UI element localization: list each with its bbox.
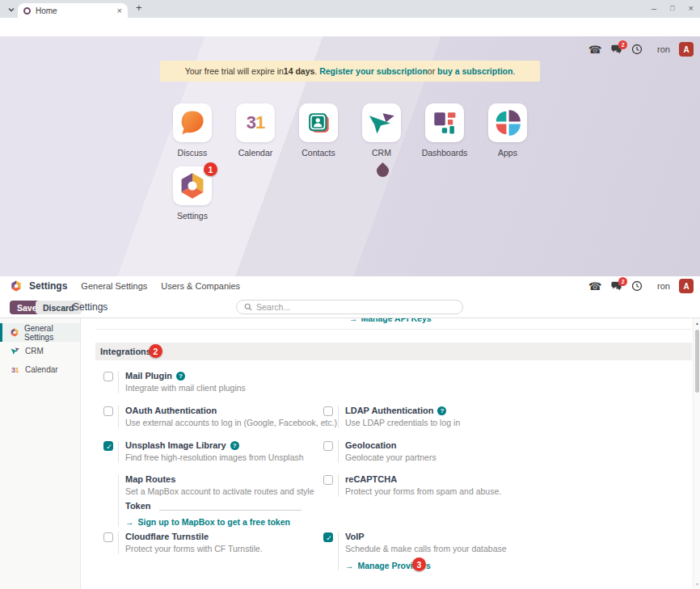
setting-title: LDAP Authentication	[345, 406, 433, 416]
dashboards-icon	[429, 107, 460, 138]
window-close-button[interactable]: ×	[689, 3, 694, 13]
setting-desc: Integrate with mail client plugins	[125, 383, 246, 393]
setting-desc: Use external accounts to log in (Google,…	[125, 418, 337, 428]
banner-text: Your free trial will expire in	[185, 66, 284, 76]
scrollbar-down-icon[interactable]: ▼	[694, 582, 700, 587]
sidebar-label: Calendar	[25, 365, 58, 374]
help-icon[interactable]: ?	[230, 441, 239, 450]
app-label-crm: CRM	[372, 148, 391, 158]
app-calendar[interactable]: 31 Calendar	[236, 103, 275, 158]
search-box[interactable]	[236, 300, 463, 314]
window-maximize-button[interactable]: □	[670, 4, 674, 12]
sidebar-item-crm[interactable]: CRM	[0, 342, 80, 360]
tab-title: Home	[36, 6, 117, 15]
checkbox-ldap[interactable]	[323, 406, 333, 416]
annotation-step-1: 1	[204, 162, 217, 176]
checkbox-cloudflare[interactable]	[103, 532, 113, 542]
annotation-step-3: 3	[412, 557, 426, 571]
annotation-step-2: 2	[149, 344, 162, 358]
arrow-icon: →	[349, 318, 358, 323]
app-settings[interactable]: 1 Settings	[173, 166, 212, 221]
app-label-calendar: Calendar	[238, 148, 273, 158]
mapbox-signup-link[interactable]: →Sign up to MapBox to get a free token	[125, 517, 314, 527]
integrations-section-header: Integrations	[95, 343, 692, 360]
manage-api-keys-link[interactable]: →Manage API Keys	[349, 318, 432, 323]
tab-search-button[interactable]	[6, 4, 17, 15]
browser-toolbar: ron.odoo.com/odoo ⋮	[0, 18, 700, 36]
checkbox-geolocation[interactable]	[323, 441, 333, 451]
user-name[interactable]: ron	[657, 281, 670, 291]
menu-general-settings[interactable]: General Settings	[81, 281, 147, 291]
user-avatar[interactable]: A	[679, 42, 694, 57]
messages-icon[interactable]: 2	[610, 44, 622, 56]
help-icon[interactable]: ?	[437, 406, 446, 415]
checkbox-oauth[interactable]	[103, 406, 113, 416]
setting-title: Mail Plugin	[125, 371, 172, 381]
sidebar-item-calendar[interactable]: 31 Calendar	[0, 360, 80, 379]
app-discuss[interactable]: Discuss	[173, 103, 212, 158]
menubar-systray: ☎ 2 ron A	[588, 279, 694, 293]
app-apps[interactable]: Apps	[488, 103, 527, 158]
scrollbar-up-icon[interactable]: ▲	[694, 321, 700, 326]
browser-tab-home[interactable]: Home ×	[18, 3, 128, 18]
clock-icon	[631, 44, 643, 55]
checkbox-mail-plugin[interactable]	[103, 372, 113, 381]
setting-unsplash: Unsplash Image Library? Find free high-r…	[103, 440, 304, 463]
settings-controlbar: Save Discard Settings	[0, 296, 700, 318]
checkbox-voip[interactable]	[323, 532, 333, 542]
setting-title: reCAPTCHA	[345, 474, 397, 485]
app-crm[interactable]: CRM	[362, 103, 401, 158]
activities-icon[interactable]	[631, 280, 643, 292]
breadcrumb: Settings	[73, 301, 108, 313]
screen: Home × + – □ × ron.odoo.com/odoo ⋮	[0, 0, 700, 589]
app-label-contacts: Contacts	[302, 148, 335, 158]
token-input[interactable]	[159, 501, 302, 511]
settings-hexagon-icon	[177, 170, 208, 201]
settings-sidebar: General Settings CRM 31 Calendar	[0, 318, 81, 589]
register-subscription-link[interactable]: Register your subscription	[319, 66, 428, 76]
settings-app-icon[interactable]	[10, 280, 23, 292]
messages-icon[interactable]: 2	[610, 280, 622, 292]
settings-content: →Manage API Keys Integrations 2 Mail Plu…	[81, 318, 693, 589]
softphone-icon[interactable]: ☎	[588, 281, 601, 292]
menu-users-companies[interactable]: Users & Companies	[161, 281, 240, 291]
window-minimize-button[interactable]: –	[652, 3, 656, 13]
chevron-down-icon	[7, 6, 15, 14]
calendar-31-icon: 31	[247, 112, 265, 133]
menubar-app-name[interactable]: Settings	[29, 280, 67, 292]
settings-hexagon-icon	[10, 327, 19, 338]
messages-count-badge: 2	[618, 277, 627, 286]
setting-cloudflare-turnstile: Cloudflare Turnstile Protect your forms …	[103, 532, 263, 554]
setting-mail-plugin: Mail Plugin? Integrate with mail client …	[103, 371, 246, 393]
search-input[interactable]	[256, 302, 434, 312]
checkbox-recaptcha[interactable]	[323, 475, 333, 485]
crm-icon	[10, 346, 20, 356]
setting-title: VoIP	[345, 532, 365, 542]
setting-ldap: LDAP Authentication? Use LDAP credential…	[323, 406, 460, 428]
new-tab-button[interactable]: +	[136, 2, 142, 14]
buy-subscription-link[interactable]: buy a subscription	[437, 66, 512, 76]
help-icon[interactable]: ?	[176, 372, 185, 381]
odoo-favicon-icon	[23, 7, 31, 15]
app-label-apps: Apps	[498, 148, 517, 158]
setting-desc: Schedule & make calls from your database	[345, 544, 507, 554]
discuss-icon	[177, 107, 208, 138]
app-dashboards[interactable]: Dashboards	[425, 103, 464, 158]
scrollbar-thumb[interactable]	[695, 330, 699, 393]
sidebar-item-general-settings[interactable]: General Settings	[0, 323, 80, 342]
sidebar-label: General Settings	[24, 324, 80, 342]
user-name[interactable]: ron	[657, 44, 670, 54]
trial-banner: Your free trial will expire in 14 days. …	[160, 61, 540, 82]
activities-icon[interactable]	[631, 44, 643, 56]
settings-menubar: Settings General Settings Users & Compan…	[0, 276, 700, 296]
softphone-icon[interactable]: ☎	[588, 44, 601, 55]
browser-tabstrip: Home × + – □ ×	[0, 0, 700, 18]
user-avatar[interactable]: A	[679, 279, 694, 293]
setting-desc: Protect your forms from spam and abuse.	[345, 486, 501, 497]
scrollbar[interactable]: ▲ ▼	[693, 318, 700, 589]
checkbox-unsplash[interactable]	[103, 441, 113, 451]
app-contacts[interactable]: Contacts	[299, 103, 338, 158]
setting-geolocation: Geolocation Geolocate your partners	[323, 440, 436, 463]
tab-close-icon[interactable]: ×	[117, 6, 122, 15]
arrow-icon: →	[125, 517, 134, 527]
